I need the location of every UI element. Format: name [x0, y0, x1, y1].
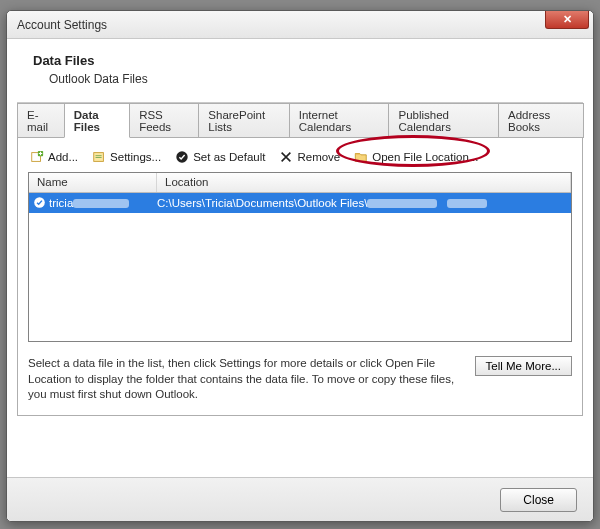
redacted [447, 199, 487, 208]
close-icon: ✕ [563, 13, 572, 26]
row-location: C:\Users\Tricia\Documents\Outlook Files\ [153, 197, 571, 209]
svg-rect-4 [96, 157, 102, 158]
settings-icon [92, 150, 106, 164]
column-name[interactable]: Name [29, 173, 157, 192]
tab-data-files[interactable]: Data Files [64, 103, 130, 138]
tell-me-more-button[interactable]: Tell Me More... [475, 356, 572, 376]
header-title: Data Files [33, 53, 567, 68]
settings-button[interactable]: Settings... [92, 150, 161, 164]
titlebar: Account Settings ✕ [7, 11, 593, 39]
set-default-button[interactable]: Set as Default [175, 150, 265, 164]
open-file-location-label: Open File Location... [372, 151, 478, 163]
redacted [367, 199, 437, 208]
open-file-location-button[interactable]: Open File Location... [354, 150, 478, 164]
add-label: Add... [48, 151, 78, 163]
window-title: Account Settings [17, 18, 545, 32]
remove-button[interactable]: Remove [279, 150, 340, 164]
tab-strip: E-mail Data Files RSS Feeds SharePoint L… [17, 103, 583, 138]
header-subtitle: Outlook Data Files [49, 72, 567, 86]
help-row: Select a data file in the list, then cli… [28, 356, 572, 403]
tab-email[interactable]: E-mail [17, 103, 65, 138]
tab-panel-data-files: Add... Settings... Set as Default Remove [17, 137, 583, 416]
data-files-list[interactable]: Name Location tricia C:\Users\Tricia\Doc… [28, 172, 572, 342]
remove-label: Remove [297, 151, 340, 163]
help-text: Select a data file in the list, then cli… [28, 356, 465, 403]
account-settings-dialog: Account Settings ✕ Data Files Outlook Da… [6, 10, 594, 522]
redacted [73, 199, 129, 208]
dialog-footer: Close [7, 477, 593, 521]
add-icon [30, 150, 44, 164]
column-location[interactable]: Location [157, 173, 571, 192]
tab-address-books[interactable]: Address Books [498, 103, 584, 138]
tab-sharepoint-lists[interactable]: SharePoint Lists [198, 103, 289, 138]
tab-published-calendars[interactable]: Published Calendars [388, 103, 499, 138]
table-row[interactable]: tricia C:\Users\Tricia\Documents\Outlook… [29, 193, 571, 213]
tab-internet-calendars[interactable]: Internet Calendars [289, 103, 390, 138]
tab-rss-feeds[interactable]: RSS Feeds [129, 103, 199, 138]
list-header: Name Location [29, 173, 571, 193]
row-name: tricia [45, 197, 153, 209]
settings-label: Settings... [110, 151, 161, 163]
svg-rect-3 [96, 155, 102, 156]
add-button[interactable]: Add... [30, 150, 78, 164]
toolbar: Add... Settings... Set as Default Remove [28, 148, 572, 172]
check-circle-icon [175, 150, 189, 164]
folder-icon [354, 150, 368, 164]
close-window-button[interactable]: ✕ [545, 11, 589, 29]
remove-icon [279, 150, 293, 164]
header-section: Data Files Outlook Data Files [7, 39, 593, 96]
default-check-icon [29, 196, 45, 211]
set-default-label: Set as Default [193, 151, 265, 163]
close-button[interactable]: Close [500, 488, 577, 512]
